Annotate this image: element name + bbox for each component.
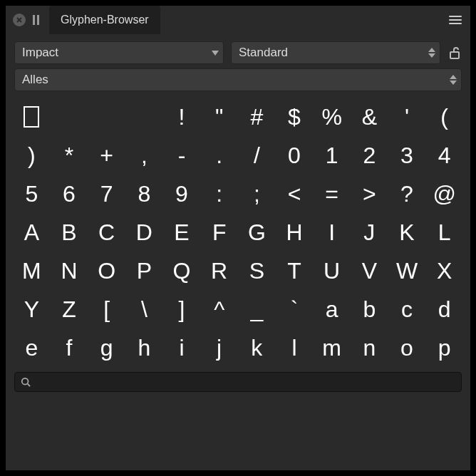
glyph-cell[interactable]: d bbox=[425, 292, 463, 326]
glyph-cell[interactable]: # bbox=[238, 100, 276, 134]
glyph-cell[interactable] bbox=[13, 100, 51, 134]
glyph-cell[interactable]: K bbox=[388, 215, 426, 249]
filter-dropdown-value: Alles bbox=[22, 73, 48, 87]
glyph-cell[interactable]: N bbox=[51, 254, 88, 288]
font-dropdown[interactable]: Impact bbox=[14, 41, 224, 64]
glyph-cell[interactable]: f bbox=[51, 331, 88, 365]
glyph-cell[interactable]: * bbox=[51, 138, 88, 172]
glyph-cell[interactable]: \ bbox=[125, 292, 163, 326]
titlebar-spacer bbox=[160, 6, 440, 34]
glyph-cell[interactable]: V bbox=[351, 254, 388, 288]
glyph-cell[interactable]: " bbox=[200, 100, 238, 134]
glyph-cell[interactable]: / bbox=[238, 138, 276, 172]
glyph-cell[interactable]: ' bbox=[388, 100, 426, 134]
glyph-cell[interactable]: J bbox=[351, 215, 388, 249]
glyph-cell[interactable]: T bbox=[276, 254, 314, 288]
glyph-cell[interactable]: S bbox=[238, 254, 276, 288]
glyph-cell[interactable]: n bbox=[351, 331, 388, 365]
glyph-cell[interactable]: _ bbox=[238, 292, 276, 326]
glyph-cell[interactable]: A bbox=[13, 215, 51, 249]
glyph-cell[interactable]: D bbox=[125, 215, 163, 249]
glyph-cell[interactable]: h bbox=[125, 331, 163, 365]
glyph-cell[interactable]: & bbox=[351, 100, 388, 134]
glyph-cell[interactable]: + bbox=[88, 138, 125, 172]
glyph-cell[interactable]: < bbox=[276, 177, 314, 211]
close-icon[interactable] bbox=[13, 14, 26, 26]
glyph-cell[interactable]: P bbox=[125, 254, 163, 288]
glyph-cell[interactable]: ? bbox=[388, 177, 426, 211]
glyph-cell[interactable]: G bbox=[238, 215, 276, 249]
glyph-cell[interactable]: 3 bbox=[388, 138, 426, 172]
glyph-cell[interactable]: C bbox=[88, 215, 125, 249]
glyph-cell[interactable]: ` bbox=[276, 292, 314, 326]
bottom-space bbox=[6, 398, 470, 470]
glyph-cell[interactable]: F bbox=[200, 215, 238, 249]
glyph-cell[interactable]: p bbox=[425, 331, 463, 365]
search-field[interactable] bbox=[14, 372, 462, 392]
glyph-cell[interactable]: : bbox=[200, 177, 238, 211]
glyph-cell[interactable]: M bbox=[13, 254, 51, 288]
glyph-cell[interactable]: Q bbox=[163, 254, 201, 288]
glyph-cell[interactable]: ; bbox=[238, 177, 276, 211]
tab-glyph-browser[interactable]: Glyphen-Browser bbox=[49, 6, 160, 34]
glyph-cell[interactable]: R bbox=[200, 254, 238, 288]
glyph-cell[interactable]: W bbox=[388, 254, 426, 288]
glyph-cell[interactable]: @ bbox=[425, 177, 463, 211]
glyph-cell[interactable]: 0 bbox=[276, 138, 314, 172]
glyph-cell[interactable]: ^ bbox=[200, 292, 238, 326]
menu-icon[interactable] bbox=[440, 6, 470, 34]
glyph-cell[interactable]: Y bbox=[13, 292, 51, 326]
glyph-cell[interactable]: e bbox=[13, 331, 51, 365]
glyph-cell[interactable]: , bbox=[125, 138, 163, 172]
glyph-cell[interactable] bbox=[125, 100, 163, 134]
glyph-cell[interactable]: o bbox=[388, 331, 426, 365]
glyph-cell[interactable]: E bbox=[163, 215, 201, 249]
glyph-cell[interactable]: > bbox=[351, 177, 388, 211]
glyph-cell[interactable]: i bbox=[163, 331, 201, 365]
glyph-cell[interactable]: 5 bbox=[13, 177, 51, 211]
glyph-cell[interactable]: I bbox=[313, 215, 351, 249]
lock-icon[interactable] bbox=[447, 41, 462, 64]
svg-marker-6 bbox=[450, 75, 457, 79]
glyph-cell[interactable]: ( bbox=[425, 100, 463, 134]
glyph-cell[interactable]: 8 bbox=[125, 177, 163, 211]
glyph-cell[interactable]: c bbox=[388, 292, 426, 326]
filter-dropdown[interactable]: Alles bbox=[14, 68, 462, 91]
glyph-cell[interactable]: X bbox=[425, 254, 463, 288]
glyph-cell[interactable]: H bbox=[276, 215, 314, 249]
glyph-cell[interactable]: U bbox=[313, 254, 351, 288]
glyph-cell[interactable]: ! bbox=[163, 100, 201, 134]
glyph-cell[interactable]: g bbox=[88, 331, 125, 365]
glyph-cell[interactable]: . bbox=[200, 138, 238, 172]
glyph-cell[interactable]: 7 bbox=[88, 177, 125, 211]
glyph-cell[interactable]: 1 bbox=[313, 138, 351, 172]
svg-marker-3 bbox=[428, 48, 435, 52]
glyph-cell[interactable]: O bbox=[88, 254, 125, 288]
glyph-cell[interactable]: 4 bbox=[425, 138, 463, 172]
glyph-cell[interactable]: a bbox=[313, 292, 351, 326]
glyph-cell[interactable]: ) bbox=[13, 138, 51, 172]
glyph-cell[interactable]: l bbox=[276, 331, 314, 365]
glyph-cell[interactable]: Z bbox=[51, 292, 88, 326]
glyph-cell[interactable] bbox=[88, 100, 125, 134]
glyph-cell[interactable]: - bbox=[163, 138, 201, 172]
titlebar: Glyphen-Browser bbox=[6, 6, 470, 34]
glyph-cell[interactable]: k bbox=[238, 331, 276, 365]
glyph-cell[interactable]: 6 bbox=[51, 177, 88, 211]
dock-icon[interactable] bbox=[33, 15, 39, 25]
glyph-cell[interactable]: % bbox=[313, 100, 351, 134]
style-dropdown[interactable]: Standard bbox=[231, 41, 440, 64]
search-input[interactable] bbox=[35, 376, 455, 388]
glyph-cell[interactable]: m bbox=[313, 331, 351, 365]
glyph-cell[interactable]: = bbox=[313, 177, 351, 211]
glyph-cell[interactable]: 2 bbox=[351, 138, 388, 172]
glyph-cell[interactable] bbox=[51, 100, 88, 134]
glyph-cell[interactable]: j bbox=[200, 331, 238, 365]
glyph-cell[interactable]: $ bbox=[276, 100, 314, 134]
glyph-cell[interactable]: B bbox=[51, 215, 88, 249]
glyph-cell[interactable]: [ bbox=[88, 292, 125, 326]
glyph-cell[interactable]: L bbox=[425, 215, 463, 249]
glyph-cell[interactable]: ] bbox=[163, 292, 201, 326]
glyph-cell[interactable]: b bbox=[351, 292, 388, 326]
glyph-cell[interactable]: 9 bbox=[163, 177, 201, 211]
